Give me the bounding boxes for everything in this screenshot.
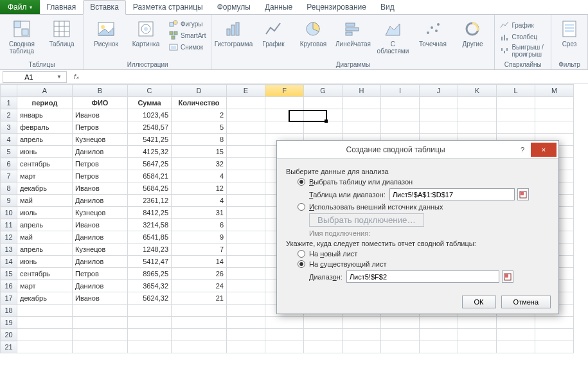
fx-button[interactable]	[69, 73, 84, 81]
cell[interactable]: 12	[172, 182, 227, 195]
cell[interactable]	[343, 121, 381, 134]
cell[interactable]: апрель	[17, 219, 73, 231]
cell[interactable]	[420, 341, 458, 353]
row-header-21[interactable]: 21	[1, 341, 17, 353]
cell[interactable]: 26	[172, 268, 227, 280]
cell[interactable]: 24	[172, 280, 227, 292]
cell[interactable]	[227, 231, 265, 244]
btn-collapse-location[interactable]	[502, 270, 513, 283]
cell[interactable]	[458, 329, 497, 341]
cell[interactable]	[304, 109, 343, 121]
cell[interactable]: июнь	[17, 146, 73, 158]
cell[interactable]	[128, 329, 172, 341]
cell[interactable]	[227, 170, 265, 182]
dialog-help-button[interactable]: ?	[514, 143, 531, 157]
cell[interactable]	[265, 97, 304, 109]
col-header-L[interactable]: L	[497, 85, 535, 97]
cell[interactable]	[343, 329, 381, 341]
cell[interactable]: Данилов	[73, 231, 128, 244]
radio-external-source[interactable]	[298, 203, 305, 211]
btn-picture[interactable]: Рисунок	[88, 17, 124, 49]
cell[interactable]	[17, 317, 73, 329]
col-header-A[interactable]: A	[17, 85, 73, 97]
cell[interactable]	[227, 195, 265, 207]
cell[interactable]	[343, 97, 381, 109]
cell[interactable]	[128, 341, 172, 353]
col-header-F[interactable]: F	[265, 85, 304, 97]
row-header-20[interactable]: 20	[1, 329, 17, 341]
input-location[interactable]	[346, 270, 499, 283]
cell[interactable]: 4	[172, 195, 227, 207]
cell[interactable]: Иванов	[73, 219, 128, 231]
cell[interactable]	[73, 341, 128, 353]
cell[interactable]	[497, 317, 535, 329]
cell[interactable]	[265, 329, 304, 341]
cell[interactable]: февраль	[17, 121, 73, 134]
cell[interactable]	[227, 207, 265, 219]
cell[interactable]	[227, 146, 265, 158]
cell[interactable]	[227, 329, 265, 341]
btn-chart-other[interactable]: Другие	[454, 17, 490, 49]
row-header-8[interactable]: 8	[1, 182, 17, 195]
header-cell[interactable]: период	[17, 97, 73, 109]
tab-view[interactable]: Вид	[373, 0, 402, 14]
name-box-input[interactable]	[3, 73, 55, 81]
cell[interactable]	[227, 109, 265, 121]
cell[interactable]: 8412,25	[128, 207, 172, 219]
cell[interactable]	[17, 341, 73, 353]
row-header-10[interactable]: 10	[1, 207, 17, 219]
cell[interactable]	[381, 121, 420, 134]
cell[interactable]: май	[17, 195, 73, 207]
cell[interactable]	[381, 317, 420, 329]
cell[interactable]: Кузнецов	[73, 244, 128, 256]
cell[interactable]: сентябрь	[17, 268, 73, 280]
cell[interactable]: 32	[172, 158, 227, 170]
cell[interactable]: март	[17, 280, 73, 292]
col-header-C[interactable]: C	[128, 85, 172, 97]
tab-file[interactable]: Файл	[0, 0, 40, 14]
cell[interactable]: 6	[172, 219, 227, 231]
cell[interactable]	[227, 256, 265, 268]
row-header-12[interactable]: 12	[1, 231, 17, 244]
cell[interactable]	[17, 329, 73, 341]
cell[interactable]: Иванов	[73, 292, 128, 305]
row-header-18[interactable]: 18	[1, 305, 17, 317]
cell[interactable]	[497, 329, 535, 341]
cell[interactable]	[227, 341, 265, 353]
cell[interactable]: декабрь	[17, 182, 73, 195]
cell[interactable]	[304, 121, 343, 134]
cell[interactable]	[227, 268, 265, 280]
row-header-15[interactable]: 15	[1, 268, 17, 280]
cell[interactable]	[172, 317, 227, 329]
cell[interactable]	[343, 341, 381, 353]
cell[interactable]	[265, 121, 304, 134]
cell[interactable]	[227, 292, 265, 305]
cell[interactable]: декабрь	[17, 292, 73, 305]
cell[interactable]	[304, 341, 343, 353]
cell[interactable]	[73, 317, 128, 329]
cell[interactable]	[227, 182, 265, 195]
dialog-titlebar[interactable]: Создание сводной таблицы ? ×	[277, 141, 558, 159]
cell[interactable]: 5	[172, 121, 227, 134]
row-header-13[interactable]: 13	[1, 244, 17, 256]
cell[interactable]: 1248,23	[128, 244, 172, 256]
cell[interactable]	[420, 317, 458, 329]
cell[interactable]	[227, 158, 265, 170]
row-header-16[interactable]: 16	[1, 280, 17, 292]
row-header-3[interactable]: 3	[1, 121, 17, 134]
cell[interactable]	[458, 97, 497, 109]
row-header-11[interactable]: 11	[1, 219, 17, 231]
cell[interactable]: Данилов	[73, 195, 128, 207]
btn-screenshot[interactable]: Снимок	[168, 42, 207, 52]
btn-clipart[interactable]: Картинка	[128, 17, 164, 49]
cell[interactable]	[343, 109, 381, 121]
tab-review[interactable]: Рецензирование	[299, 0, 373, 14]
col-header-E[interactable]: E	[227, 85, 265, 97]
cell[interactable]	[381, 329, 420, 341]
row-header-5[interactable]: 5	[1, 146, 17, 158]
row-header-19[interactable]: 19	[1, 317, 17, 329]
cell[interactable]	[420, 329, 458, 341]
cell[interactable]: 2	[172, 109, 227, 121]
cell[interactable]: 5421,25	[128, 134, 172, 146]
cell[interactable]	[420, 109, 458, 121]
